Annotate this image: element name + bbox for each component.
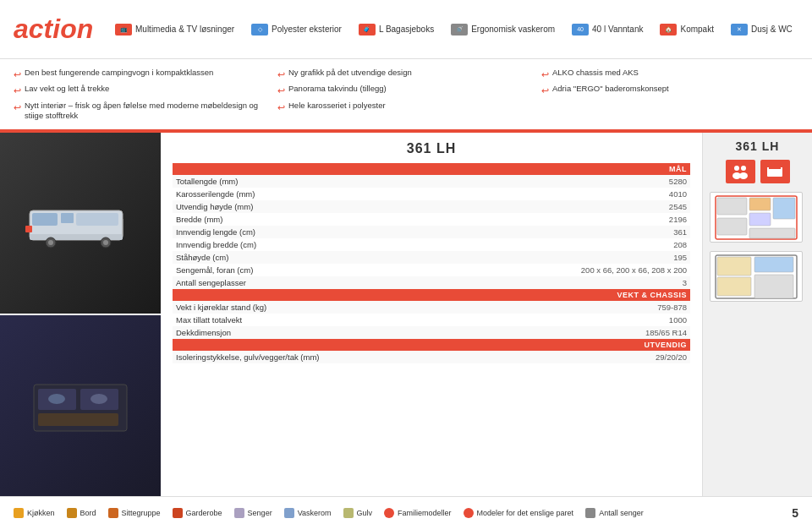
- sittegruppe-label: Sittegruppe: [122, 509, 161, 517]
- spec-row-totallengde: Totallengde (mm) 5280: [173, 175, 690, 188]
- spec-label-max-vekt: Max tillatt totalvekt: [173, 314, 469, 326]
- familie-dot: [384, 508, 394, 518]
- nav-item-multimedia[interactable]: 📺 Multimedia & TV løsninger: [115, 24, 234, 35]
- svg-rect-31: [749, 228, 795, 238]
- svg-rect-30: [773, 198, 795, 219]
- svg-rect-27: [717, 218, 747, 235]
- arrow-icon-1: ↩: [14, 85, 21, 96]
- spec-row-isolering: Isoleringstykkelse, gulv/vegger/tak (mm)…: [173, 351, 690, 363]
- svg-point-20: [739, 172, 748, 179]
- nav-item-bagasje[interactable]: 🧳 L Bagasjeboks: [359, 24, 434, 35]
- vaskerom-dot: [284, 508, 294, 518]
- feature-text-6: ALKO chassis med AKS: [552, 68, 639, 78]
- nav-item-dusj[interactable]: ✕ Dusj & WC: [731, 24, 793, 35]
- arrow-icon-2: ↩: [14, 101, 21, 113]
- interior-illustration: [25, 376, 135, 435]
- arrow-icon-7: ↩: [541, 85, 549, 96]
- nav-item-polyester[interactable]: ◇ Polyester eksterior: [251, 24, 342, 35]
- spec-value-bredde: 2196: [469, 213, 690, 226]
- feature-2: ↩ Nytt interiør – frisk og åpen følelse …: [14, 101, 271, 122]
- svg-point-17: [734, 166, 739, 171]
- feature-4: ↩ Panorama takvindu (tillegg): [277, 84, 535, 96]
- spec-row-stahoyde: Ståhøyde (cm) 195: [173, 251, 690, 264]
- sittegruppe-dot: [108, 508, 118, 518]
- right-panel-title: 361 LH: [710, 139, 805, 153]
- legend-sittegruppe: Sittegruppe: [108, 508, 161, 518]
- legend-garderobe: Garderobe: [173, 508, 222, 518]
- floor-plan-svg-top: [714, 194, 798, 241]
- svg-rect-26: [717, 198, 747, 215]
- spec-label-dekk: Dekkdimensjon: [173, 326, 469, 339]
- vaskerom-label: Vaskerom: [298, 509, 332, 517]
- svg-rect-2: [61, 213, 74, 223]
- svg-rect-3: [76, 213, 118, 226]
- specs-area: 361 LH MÅL Totallengde (mm) 5280 Karosse…: [161, 133, 702, 496]
- feature-5: ↩ Hele karosseriet i polyester: [277, 101, 535, 122]
- antall-label: Antall senger: [599, 509, 644, 517]
- enslig-label: Modeler for det enslige paret: [477, 509, 574, 517]
- nav-item-vanntank[interactable]: 40 40 l Vanntank: [572, 24, 643, 35]
- section-vekt: VEKT & CHASSIS: [173, 289, 690, 301]
- spec-row-karosseri: Karosserilengde (mm) 4010: [173, 188, 690, 200]
- spec-value-totallengde: 5280: [469, 175, 690, 188]
- spec-row-utvendig: Utvendig høyde (mm) 2545: [173, 200, 690, 213]
- ergonomisk-icon: 🚿: [451, 24, 468, 35]
- image-area: [0, 133, 161, 496]
- svg-point-16: [91, 394, 107, 404]
- feature-3: ↩ Ny grafikk på det utvendige design: [277, 68, 535, 80]
- nav-label-polyester: Polyester eksterior: [272, 25, 342, 34]
- features-bar: ↩ Den best fungerende campingvogn i komp…: [0, 59, 812, 131]
- spec-value-antall: 3: [469, 276, 690, 289]
- spec-label-utvendig: Utvendig høyde (mm): [173, 200, 469, 213]
- section-vekt-label: VEKT & CHASSIS: [173, 289, 690, 301]
- svg-rect-24: [781, 167, 782, 176]
- person-icon: [731, 164, 749, 179]
- vanntank-icon: 40: [572, 24, 589, 35]
- right-panel: 361 LH: [702, 133, 812, 496]
- spec-label-bredde: Bredde (mm): [173, 213, 469, 226]
- right-panel-icons: [710, 160, 805, 302]
- spec-label-innv-lengde: Innvendig lengde (cm): [173, 226, 469, 238]
- model-title: 361 LH: [173, 141, 690, 156]
- spec-label-totallengde: Totallengde (mm): [173, 175, 469, 188]
- section-utvendig-label: UTVENDIG: [173, 339, 690, 351]
- nav-item-kompakt[interactable]: 🏠 Kompakt: [660, 24, 713, 35]
- spec-value-dekk: 185/65 R14: [469, 326, 690, 339]
- spec-value-sengemaal: 200 x 66, 200 x 66, 208 x 200: [469, 264, 690, 276]
- svg-rect-22: [767, 174, 782, 177]
- spec-row-bredde: Bredde (mm) 2196: [173, 213, 690, 226]
- svg-point-19: [741, 166, 746, 171]
- floor-plan-svg-bottom: [714, 254, 798, 300]
- svg-rect-34: [717, 277, 751, 296]
- nav-label-dusj: Dusj & WC: [751, 25, 793, 34]
- svg-rect-9: [25, 226, 32, 232]
- spec-label-karosseri: Karosserilengde (mm): [173, 188, 469, 200]
- floor-plan-top: [710, 192, 803, 243]
- nav-label-vanntank: 40 l Vanntank: [592, 25, 643, 34]
- spec-row-sengemaal: Sengemål, foran (cm) 200 x 66, 200 x 66,…: [173, 264, 690, 276]
- feature-empty: [541, 101, 798, 122]
- feature-7: ↩ Adria "ERGO" baderomskonsept: [541, 84, 798, 96]
- feature-text-0: Den best fungerende campingvogn i kompak…: [25, 68, 213, 78]
- spec-label-sengemaal: Sengemål, foran (cm): [173, 264, 469, 276]
- section-utvendig: UTVENDIG: [173, 339, 690, 351]
- feature-text-3: Ny grafikk på det utvendige design: [288, 68, 412, 78]
- feature-1: ↩ Lav vekt og lett å trekke: [14, 84, 271, 96]
- svg-rect-29: [749, 213, 771, 226]
- svg-rect-33: [717, 257, 751, 276]
- bagasje-icon: 🧳: [359, 24, 376, 35]
- legend-bord: Bord: [67, 508, 96, 518]
- nav-item-ergonomisk[interactable]: 🚿 Ergonomisk vaskerom: [451, 24, 555, 35]
- legend-vaskerom: Vaskerom: [284, 508, 332, 518]
- legend-kjokken: Kjøkken: [14, 508, 55, 518]
- enslig-dot: [464, 508, 474, 518]
- nav-label-multimedia: Multimedia & TV løsninger: [135, 25, 234, 34]
- familie-label: Familiemodeller: [398, 509, 452, 517]
- bed-icon-box: [760, 160, 790, 183]
- footer: Kjøkken Bord Sittegruppe Garderobe Senge…: [0, 496, 812, 524]
- spec-value-vekt-kjoreklar: 759-878: [469, 301, 690, 314]
- feature-text-2: Nytt interiør – frisk og åpen følelse me…: [25, 101, 271, 122]
- bed-icon: [765, 164, 784, 179]
- svg-point-8: [103, 240, 108, 245]
- specs-table: MÅL Totallengde (mm) 5280 Karosserilengd…: [173, 163, 690, 363]
